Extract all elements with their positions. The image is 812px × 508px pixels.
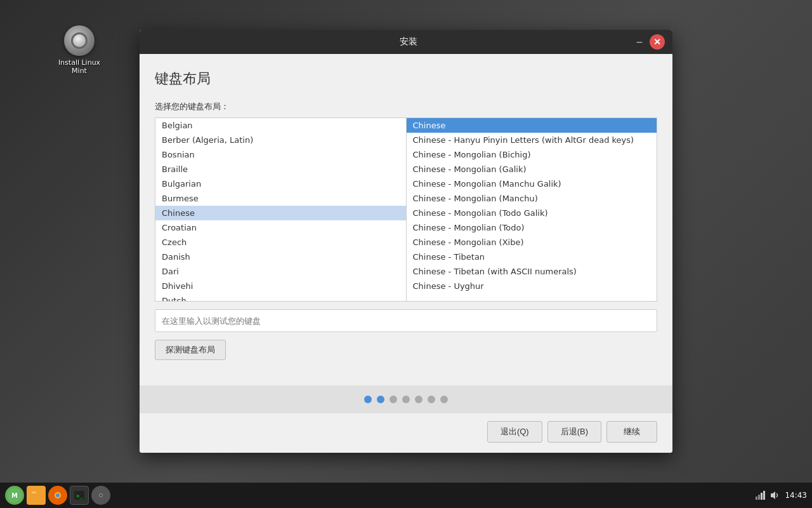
modal-overlay: 安装 – ✕ 键盘布局 选择您的键盘布局： BelgianBerber (Alg… — [0, 0, 812, 508]
page-title: 键盘布局 — [155, 69, 657, 88]
progress-dot — [364, 396, 372, 403]
list-item[interactable]: Croatian — [155, 220, 406, 235]
window-content: 键盘布局 选择您的键盘布局： BelgianBerber (Algeria, L… — [140, 54, 672, 385]
footer: 退出(Q) 后退(B) 继续 — [140, 413, 672, 453]
list-item[interactable]: Chinese - Tibetan (with ASCII numerals) — [407, 264, 657, 279]
quit-button[interactable]: 退出(Q) — [487, 421, 542, 443]
install-window: 安装 – ✕ 键盘布局 选择您的键盘布局： BelgianBerber (Alg… — [140, 30, 672, 453]
progress-dot — [377, 396, 384, 403]
close-button[interactable]: ✕ — [650, 34, 665, 50]
list-item[interactable]: Chinese - Hanyu Pinyin Letters (with Alt… — [407, 133, 657, 147]
progress-dot — [415, 396, 422, 403]
detect-keyboard-button[interactable]: 探测键盘布局 — [155, 340, 226, 360]
continue-button[interactable]: 继续 — [606, 421, 657, 443]
list-item[interactable]: Dhivehi — [155, 279, 406, 293]
progress-dot — [440, 396, 448, 403]
layout-variant-list[interactable]: ChineseChinese - Hanyu Pinyin Letters (w… — [406, 117, 658, 302]
minimize-button[interactable]: – — [632, 34, 647, 50]
desktop: Install Linux Mint 安装 – ✕ 键盘布局 选择您的键盘布局：… — [0, 0, 812, 508]
title-bar: 安装 – ✕ — [140, 30, 672, 54]
list-item[interactable]: Dari — [155, 264, 406, 279]
back-button[interactable]: 后退(B) — [547, 421, 601, 443]
list-item[interactable]: Bosnian — [155, 147, 406, 162]
list-item[interactable]: Chinese - Mongolian (Todo Galik) — [407, 206, 657, 220]
list-item[interactable]: Chinese - Mongolian (Xibe) — [407, 235, 657, 250]
list-item[interactable]: Bulgarian — [155, 177, 406, 191]
list-item[interactable]: Chinese - Mongolian (Bichig) — [407, 147, 657, 162]
progress-dots — [140, 385, 672, 413]
window-title: 安装 — [185, 36, 632, 48]
list-item[interactable]: Czech — [155, 235, 406, 250]
list-item[interactable]: Burmese — [155, 191, 406, 206]
progress-dot — [428, 396, 435, 403]
list-item[interactable]: Chinese - Mongolian (Galik) — [407, 162, 657, 177]
keyboard-layout-lists: BelgianBerber (Algeria, Latin)BosnianBra… — [155, 117, 657, 302]
section-label: 选择您的键盘布局： — [155, 101, 657, 112]
list-item[interactable]: Danish — [155, 250, 406, 264]
list-item[interactable]: Dutch — [155, 293, 406, 302]
list-item[interactable]: Braille — [155, 162, 406, 177]
progress-dot — [390, 396, 397, 403]
list-item[interactable]: Chinese - Mongolian (Manchu) — [407, 191, 657, 206]
list-item[interactable]: Chinese - Tibetan — [407, 250, 657, 264]
progress-dot — [402, 396, 410, 403]
list-item[interactable]: Chinese - Uyghur — [407, 279, 657, 293]
list-item[interactable]: Chinese — [155, 206, 406, 220]
language-list[interactable]: BelgianBerber (Algeria, Latin)BosnianBra… — [155, 117, 406, 302]
keyboard-test-input[interactable] — [155, 309, 657, 332]
list-item[interactable]: Chinese - Mongolian (Todo) — [407, 220, 657, 235]
list-item[interactable]: Chinese - Mongolian (Manchu Galik) — [407, 177, 657, 191]
list-item[interactable]: Berber (Algeria, Latin) — [155, 133, 406, 147]
list-item[interactable]: Belgian — [155, 118, 406, 133]
window-controls: – ✕ — [632, 34, 665, 50]
list-item[interactable]: Chinese — [407, 118, 657, 133]
